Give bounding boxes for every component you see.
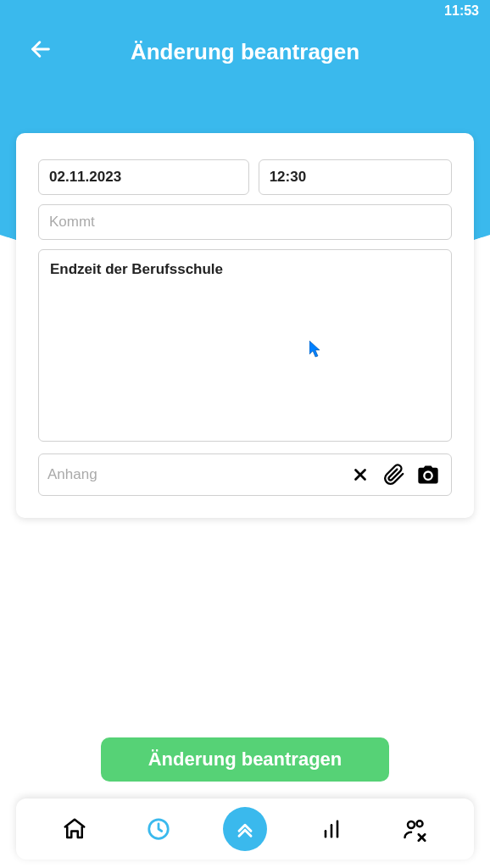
type-input[interactable]: Kommt [38,204,452,240]
nav-center-action[interactable] [223,807,267,851]
time-input[interactable]: 12:30 [259,159,452,195]
nav-clock[interactable] [140,810,177,848]
bottom-nav [16,798,474,860]
attachment-placeholder: Anhang [47,466,341,483]
svg-point-7 [408,821,415,828]
comment-textarea[interactable]: Endzeit der Berufsschule [38,249,452,442]
page-title: Änderung beantragen [131,39,359,65]
status-time: 11:53 [444,3,479,19]
date-input[interactable]: 02.11.2023 [38,159,249,195]
nav-stats[interactable] [313,810,350,848]
attachment-row: Anhang [38,453,452,496]
svg-point-8 [416,821,422,826]
form-card: 02.11.2023 12:30 Kommt Endzeit der Beruf… [16,133,474,518]
nav-home[interactable] [56,810,93,848]
nav-people[interactable] [397,810,434,848]
clear-icon[interactable] [346,460,375,489]
camera-icon[interactable] [414,460,443,489]
back-button[interactable] [29,37,53,67]
paperclip-icon[interactable] [380,460,409,489]
submit-button[interactable]: Änderung beantragen [101,737,389,782]
